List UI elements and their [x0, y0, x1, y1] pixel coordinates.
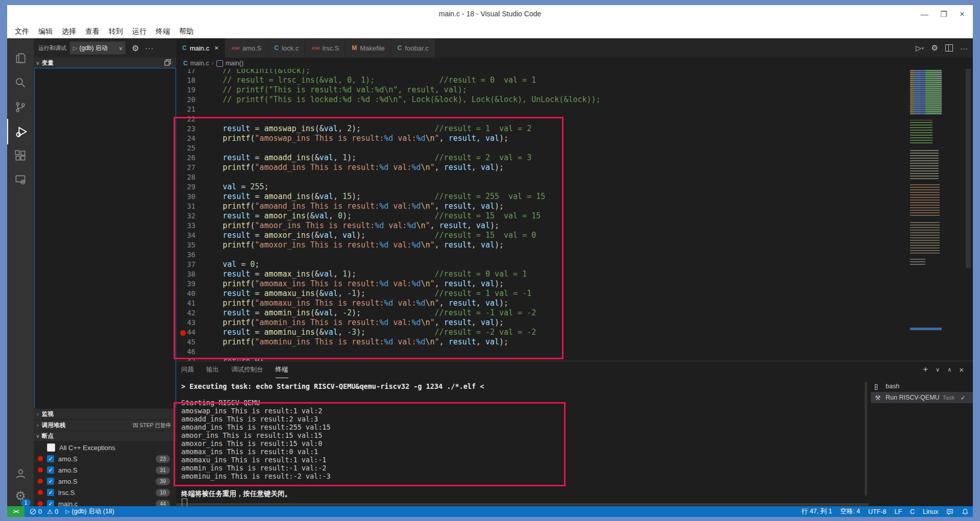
code-line-28[interactable]: 28	[176, 172, 909, 182]
tab-lock.c[interactable]: Clock.c	[268, 38, 305, 58]
code-line-31[interactable]: 31 printf("amoand_ins This is result:%d …	[176, 202, 909, 211]
debug-status[interactable]: ▷ (gdb) 启动 (18)	[65, 506, 114, 517]
restore-icon[interactable]: ❐	[936, 8, 951, 20]
code-line-41[interactable]: 41 printf("amomaxu_ins This is result:%d…	[176, 299, 909, 308]
menu-item[interactable]: 查看	[81, 24, 104, 38]
code-line-32[interactable]: 32 result = amoor_ins(&val, 0); //result…	[176, 211, 909, 221]
code-line-23[interactable]: 23 result = amoswap_ins(&val, 2); //resu…	[176, 124, 909, 134]
gear-icon[interactable]: ⚙	[932, 43, 938, 53]
terminal-dropdown-icon[interactable]: ∨	[936, 366, 940, 373]
breakpoint-checkbox[interactable]	[47, 443, 55, 452]
breakpoint-row[interactable]: ✓main.c44	[34, 498, 176, 506]
menu-item[interactable]: 选择	[57, 24, 81, 38]
code-line-29[interactable]: 29 val = 255;	[176, 182, 909, 192]
code-line-18[interactable]: 18 // result = lrsc_ins(&val, 0, 1); //r…	[176, 76, 909, 85]
split-editor-icon[interactable]	[945, 44, 953, 52]
breadcrumb[interactable]: C main.c › main()	[183, 58, 243, 69]
new-terminal-icon[interactable]: +	[923, 364, 928, 375]
breakpoint-row[interactable]: ✓amo.S39	[34, 476, 176, 487]
debug-config-select[interactable]: ▷ (gdb) 启动 ∨	[69, 41, 126, 55]
code-editor[interactable]: 17 // LockInit(&lock);18 // result = lrs…	[176, 69, 909, 361]
code-line-35[interactable]: 35 printf("amoxor_ins This is result:%d …	[176, 240, 909, 250]
variables-panel-body[interactable]	[34, 68, 176, 409]
breadcrumb-file[interactable]: main.c	[190, 60, 209, 67]
code-line-21[interactable]: 21	[176, 105, 909, 114]
search-icon[interactable]	[7, 70, 34, 95]
watch-section-header[interactable]: › 监视	[34, 408, 176, 419]
tab-close-icon[interactable]: ×	[214, 44, 218, 52]
code-line-33[interactable]: 33 printf("amoor_ins This is result:%d v…	[176, 221, 909, 231]
status-item[interactable]: Linux	[923, 506, 938, 517]
status-item[interactable]: 空格: 4	[840, 506, 860, 517]
notifications-bell-icon[interactable]	[962, 508, 969, 515]
run-debug-icon[interactable]	[7, 119, 35, 144]
code-line-39[interactable]: 39 printf("amomax_ins This is result:%d …	[176, 279, 909, 289]
maximize-panel-icon[interactable]: ∧	[947, 366, 951, 373]
code-line-38[interactable]: 38 result = amomax_ins(&val, 1); //resul…	[176, 269, 909, 279]
panel-tab-终端[interactable]: 终端	[276, 361, 288, 378]
status-item[interactable]: UTF-8	[868, 506, 886, 517]
code-line-43[interactable]: 43 printf("amomin_ins This is result:%d …	[176, 318, 909, 328]
debug-gear-icon[interactable]: ⚙	[132, 43, 139, 53]
terminal-scrollbar[interactable]	[865, 382, 867, 495]
panes-icon[interactable]	[164, 59, 171, 67]
code-line-20[interactable]: 20 // printf("This is locked:%d :%d :%d\…	[176, 95, 909, 105]
breakpoint-checkbox[interactable]: ✓	[47, 455, 54, 462]
tab-main.c[interactable]: Cmain.c×	[176, 38, 225, 58]
panel-tab-调试控制台[interactable]: 调试控制台	[231, 361, 263, 378]
menu-item[interactable]: 帮助	[175, 24, 198, 38]
tab-lrsc.S[interactable]: ASMlrsc.S	[305, 38, 346, 58]
breadcrumb-symbol[interactable]: main()	[226, 60, 243, 67]
code-line-47[interactable]: 47 return 0;	[176, 357, 909, 361]
menu-item[interactable]: 运行	[128, 24, 151, 38]
breakpoint-row[interactable]: ✓lrsc.S10	[34, 487, 176, 498]
more-actions-icon[interactable]: ···	[960, 44, 968, 53]
tab-Makefile[interactable]: MMakefile	[346, 38, 391, 58]
run-or-debug-icon[interactable]: ▷∨	[916, 44, 924, 52]
code-line-36[interactable]: 36	[176, 250, 909, 260]
source-control-icon[interactable]	[7, 94, 34, 120]
code-line-30[interactable]: 30 result = amoand_ins(&val, 15); //resu…	[176, 192, 909, 202]
terminal-list-item[interactable]: ⚒Run RISCV-QEMUTask✓	[871, 392, 973, 403]
breakpoint-row[interactable]: ✓amo.S31	[34, 464, 176, 476]
tab-foobar.c[interactable]: Cfoobar.c	[391, 38, 435, 58]
settings-gear-icon[interactable]: ⚙ 1	[7, 483, 34, 509]
menu-item[interactable]: 转到	[104, 24, 128, 38]
code-line-40[interactable]: 40 result = amomaxu_ins(&val, -1); //res…	[176, 289, 909, 299]
panel-tab-输出[interactable]: 输出	[206, 361, 219, 378]
code-line-19[interactable]: 19 // printf("This is result:%d val:%d\n…	[176, 85, 909, 95]
breakpoints-section-header[interactable]: ∨ 断点	[34, 431, 176, 441]
menu-item[interactable]: 终端	[151, 24, 175, 38]
breakpoint-checkbox[interactable]: ✓	[47, 478, 54, 485]
code-line-25[interactable]: 25	[176, 143, 909, 153]
code-line-44[interactable]: 44 result = amominu_ins(&val, -3); //res…	[176, 328, 909, 337]
code-line-45[interactable]: 45 printf("amominu_ins This is result:%d…	[176, 337, 909, 347]
problems-status[interactable]: 0 ⚠ 0	[30, 506, 58, 517]
menu-item[interactable]: 编辑	[34, 24, 57, 38]
debug-start-icon[interactable]: ▷	[73, 45, 77, 52]
panel-horizontal-scrollbar[interactable]	[176, 503, 869, 506]
code-line-17[interactable]: 17 // LockInit(&lock);	[176, 69, 909, 76]
status-item[interactable]: C	[910, 506, 915, 517]
code-line-27[interactable]: 27 printf("amoadd_ins This is result:%d …	[176, 163, 909, 172]
tab-amo.S[interactable]: ASMamo.S	[225, 38, 268, 58]
debug-more-icon[interactable]: ···	[145, 44, 154, 52]
close-icon[interactable]: ×	[954, 8, 970, 20]
code-line-42[interactable]: 42 result = amomin_ins(&val, -2); //resu…	[176, 308, 909, 318]
remote-indicator-icon[interactable]: ><	[7, 506, 24, 517]
explorer-icon[interactable]	[7, 45, 34, 71]
minimize-icon[interactable]: —	[917, 8, 932, 20]
status-item[interactable]: 行 47, 列 1	[801, 506, 832, 517]
breakpoint-checkbox[interactable]: ✓	[47, 489, 54, 496]
minimap[interactable]	[910, 70, 942, 335]
breakpoint-row[interactable]: All C++ Exceptions	[34, 442, 176, 453]
code-line-24[interactable]: 24 printf("amoswap_ins This is result:%d…	[176, 134, 909, 143]
panel-tab-问题[interactable]: 问题	[181, 361, 194, 378]
code-line-37[interactable]: 37 val = 0;	[176, 260, 909, 269]
breakpoint-checkbox[interactable]: ✓	[47, 500, 54, 506]
remote-explorer-icon[interactable]	[7, 167, 34, 192]
code-line-46[interactable]: 46	[176, 347, 909, 357]
code-line-34[interactable]: 34 result = amoxor_ins(&val, val); //res…	[176, 231, 909, 240]
extensions-icon[interactable]	[7, 143, 34, 169]
breakpoint-row[interactable]: ✓amo.S23	[34, 453, 176, 464]
